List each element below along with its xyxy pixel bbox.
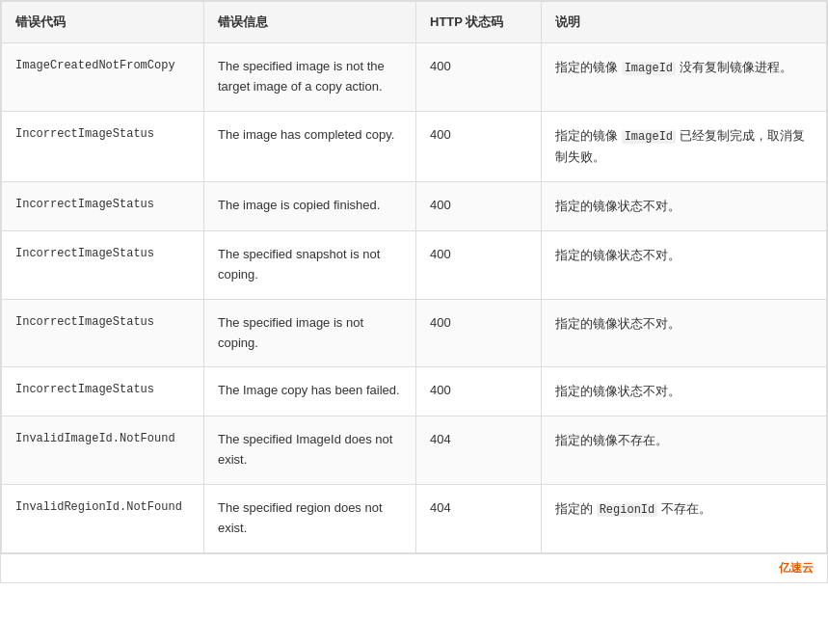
error-code-cell: IncorrectImageStatus	[2, 182, 204, 231]
brand-footer: 亿速云	[1, 553, 827, 582]
description-cell: 指定的镜像状态不对。	[542, 367, 827, 416]
table-header-row: 错误代码 错误信息 HTTP 状态码 说明	[2, 2, 827, 43]
error-code-cell: IncorrectImageStatus	[2, 367, 204, 416]
http-status-cell: 404	[416, 416, 542, 485]
description-cell: 指定的镜像不存在。	[542, 416, 827, 485]
table-row: IncorrectImageStatusThe specified snapsh…	[2, 231, 827, 300]
table-row: IncorrectImageStatusThe image is copied …	[2, 182, 827, 231]
table-row: ImageCreatedNotFromCopyThe specified ima…	[2, 43, 827, 112]
description-cell: 指定的镜像状态不对。	[542, 182, 827, 231]
header-error-message: 错误信息	[204, 2, 416, 43]
error-message-cell: The specified snapshot is not coping.	[204, 231, 416, 300]
error-message-cell: The specified image is not the target im…	[204, 43, 416, 112]
description-cell: 指定的镜像 ImageId 没有复制镜像进程。	[542, 43, 827, 112]
error-table: 错误代码 错误信息 HTTP 状态码 说明 ImageCreatedNotFro…	[1, 1, 827, 553]
error-table-container: 错误代码 错误信息 HTTP 状态码 说明 ImageCreatedNotFro…	[0, 0, 828, 583]
description-cell: 指定的镜像 ImageId 已经复制完成，取消复制失败。	[542, 111, 827, 181]
error-message-cell: The Image copy has been failed.	[204, 367, 416, 416]
error-code-cell: ImageCreatedNotFromCopy	[2, 43, 204, 112]
description-cell: 指定的镜像状态不对。	[542, 231, 827, 300]
table-row: IncorrectImageStatusThe specified image …	[2, 299, 827, 367]
http-status-cell: 404	[416, 485, 542, 553]
http-status-cell: 400	[416, 43, 542, 112]
error-message-cell: The specified image is not coping.	[204, 299, 416, 367]
table-row: IncorrectImageStatusThe Image copy has b…	[2, 367, 827, 416]
http-status-cell: 400	[416, 231, 542, 300]
inline-code: ImageId	[622, 62, 676, 75]
header-description: 说明	[542, 2, 827, 43]
error-message-cell: The image is copied finished.	[204, 182, 416, 231]
inline-code: RegionId	[597, 503, 658, 517]
error-message-cell: The specified region does not exist.	[204, 485, 416, 553]
inline-code: ImageId	[622, 130, 676, 144]
table-row: IncorrectImageStatusThe image has comple…	[2, 111, 827, 181]
error-code-cell: IncorrectImageStatus	[2, 111, 204, 181]
http-status-cell: 400	[416, 367, 542, 416]
table-row: InvalidRegionId.NotFoundThe specified re…	[2, 485, 827, 553]
http-status-cell: 400	[416, 111, 542, 181]
table-row: InvalidImageId.NotFoundThe specified Ima…	[2, 416, 827, 485]
error-message-cell: The image has completed copy.	[204, 111, 416, 181]
error-code-cell: InvalidImageId.NotFound	[2, 416, 204, 485]
error-code-cell: IncorrectImageStatus	[2, 231, 204, 300]
header-http-status: HTTP 状态码	[416, 2, 542, 43]
error-code-cell: InvalidRegionId.NotFound	[2, 485, 204, 553]
description-cell: 指定的镜像状态不对。	[542, 299, 827, 367]
error-message-cell: The specified ImageId does not exist.	[204, 416, 416, 485]
header-error-code: 错误代码	[2, 2, 204, 43]
description-cell: 指定的 RegionId 不存在。	[542, 485, 827, 553]
http-status-cell: 400	[416, 299, 542, 367]
error-code-cell: IncorrectImageStatus	[2, 299, 204, 367]
http-status-cell: 400	[416, 182, 542, 231]
